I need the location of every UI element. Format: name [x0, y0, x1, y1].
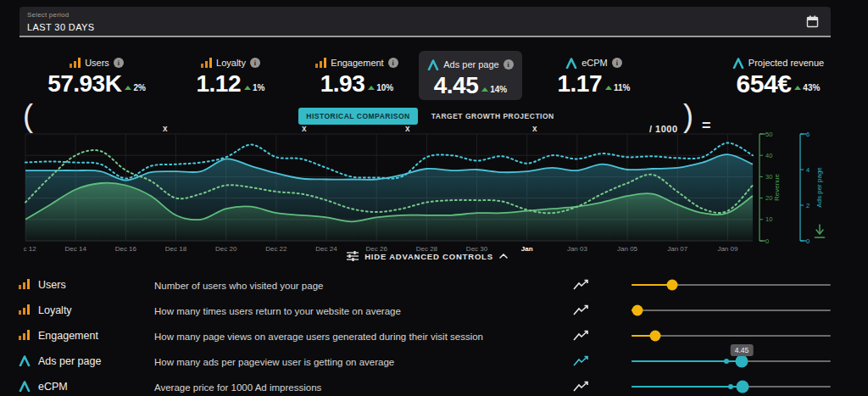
- control-row-ads-per-page: Ads per page How many ads per pageview u…: [0, 349, 868, 374]
- metric-value: 654€: [737, 71, 792, 97]
- metric-label: Engagement: [331, 58, 383, 68]
- bar-chart-icon: [19, 330, 30, 340]
- lambda-icon: [565, 58, 577, 69]
- tune-icon: [347, 251, 359, 261]
- trend-up-icon: [125, 86, 131, 90]
- slider-thumb[interactable]: [666, 280, 677, 291]
- trend-line-icon[interactable]: [573, 279, 590, 291]
- formula-row: ( Users 57.93K 2% x Loyalty 1.12 1% x En…: [0, 47, 868, 102]
- period-select-label: Select period: [27, 11, 69, 19]
- trend-up-icon: [244, 86, 251, 90]
- metric-delta: 1%: [253, 83, 264, 92]
- ecpm-slider[interactable]: [632, 374, 831, 396]
- slider-marker-dot: [724, 359, 729, 364]
- svg-text:Revenue: Revenue: [773, 173, 781, 201]
- trend-line-icon[interactable]: [573, 381, 590, 393]
- svg-text:40: 40: [765, 152, 772, 159]
- toggle-label: HIDE ADVANCED CONTROLS: [364, 252, 493, 261]
- svg-text:0: 0: [765, 237, 769, 245]
- bar-chart-icon: [19, 279, 30, 289]
- metric-value: 1.93: [320, 71, 365, 97]
- svg-text:4: 4: [806, 166, 810, 174]
- chevron-up-icon: [499, 254, 508, 259]
- period-select[interactable]: Select period LAST 30 DAYS: [19, 7, 831, 37]
- control-label: Users: [38, 279, 66, 291]
- metric-delta: 43%: [803, 83, 820, 92]
- svg-text:10: 10: [765, 215, 772, 223]
- metric-label: Projected revenue: [748, 58, 824, 68]
- metric-value: 1.12: [197, 71, 242, 97]
- control-label: Loyalty: [38, 304, 72, 316]
- info-icon[interactable]: [250, 58, 260, 68]
- trend-line-icon[interactable]: [573, 304, 590, 316]
- slider-track[interactable]: [632, 335, 831, 337]
- ads-per-page-slider[interactable]: 4.45: [632, 349, 831, 374]
- metric-users[interactable]: Users 57.93K 2%: [42, 49, 151, 97]
- tab-historical-comparison[interactable]: HISTORICAL COMPARISON: [298, 108, 417, 125]
- bar-chart-icon: [19, 304, 30, 315]
- slider-thumb[interactable]: [632, 305, 643, 316]
- trend-line-icon[interactable]: [573, 355, 590, 367]
- control-label: eCPM: [38, 381, 68, 393]
- control-label: Engagement: [38, 330, 98, 342]
- bar-chart-icon: [70, 58, 81, 68]
- bar-chart-icon: [315, 58, 326, 68]
- projection-chart[interactable]: 01020304050Revenue0246Ads per page Dec 1…: [24, 127, 831, 256]
- lambda-icon: [732, 58, 744, 69]
- control-description: Number of users who visited your page: [154, 281, 323, 291]
- calendar-icon[interactable]: [806, 15, 819, 28]
- info-icon[interactable]: [114, 58, 124, 68]
- lambda-icon: [19, 381, 31, 392]
- metric-label: Loyalty: [216, 58, 246, 68]
- control-row-users: Users Number of users who visited your p…: [0, 272, 868, 298]
- trend-up-icon: [368, 86, 375, 90]
- metric-delta: 14%: [490, 85, 507, 94]
- chart-mode-tabs: HISTORICAL COMPARISON TARGET GROWTH PROJ…: [0, 108, 854, 125]
- slider-thumb[interactable]: [736, 381, 748, 393]
- svg-text:30: 30: [765, 173, 772, 181]
- control-row-ecpm: eCPM Average price for 1000 Ad impressio…: [0, 374, 868, 396]
- slider-thumb[interactable]: [649, 331, 660, 342]
- slider-fill: [632, 386, 743, 388]
- download-icon[interactable]: [815, 225, 825, 237]
- trend-up-icon: [481, 87, 488, 92]
- trend-up-icon: [794, 86, 801, 90]
- metric-label: Users: [85, 58, 109, 68]
- control-description: How many page views on average users gen…: [154, 332, 483, 342]
- info-icon[interactable]: [504, 59, 514, 70]
- metric-value: 4.45: [434, 73, 479, 98]
- slider-marker-dot: [728, 384, 733, 389]
- metric-delta: 10%: [376, 83, 393, 92]
- metric-value: 57.93K: [47, 71, 121, 97]
- info-icon[interactable]: [388, 58, 398, 68]
- svg-text:0: 0: [806, 237, 810, 245]
- control-description: How many ads per pageview user is gettin…: [154, 357, 394, 367]
- control-label: Ads per page: [38, 355, 101, 367]
- metric-engagement[interactable]: Engagement 1.93 10%: [307, 49, 407, 97]
- metric-delta: 2%: [133, 83, 145, 92]
- slider-thumb[interactable]: [735, 355, 748, 368]
- metric-ads-per-page[interactable]: Ads per page 4.45 14%: [419, 51, 522, 100]
- svg-text:20: 20: [765, 194, 772, 202]
- lambda-icon: [19, 355, 31, 366]
- metric-label: Ads per page: [443, 59, 498, 70]
- svg-text:2: 2: [806, 202, 810, 209]
- metric-label: eCPM: [581, 58, 608, 68]
- metric-projected-revenue: Projected revenue 654€ 43%: [722, 49, 834, 97]
- svg-text:Ads per page: Ads per page: [815, 167, 823, 208]
- trend-up-icon: [605, 86, 612, 90]
- metric-loyalty[interactable]: Loyalty 1.12 1%: [180, 49, 281, 97]
- info-icon[interactable]: [612, 58, 622, 68]
- loyalty-slider[interactable]: [632, 298, 831, 323]
- tab-target-growth-projection[interactable]: TARGET GROWTH PROJECTION: [430, 108, 556, 125]
- period-select-value: LAST 30 DAYS: [27, 22, 95, 32]
- slider-track[interactable]: [632, 310, 831, 311]
- control-row-loyalty: Loyalty How many times users return to y…: [0, 298, 868, 323]
- metric-value: 1.17: [558, 71, 603, 97]
- chart-series: [25, 142, 753, 241]
- users-slider[interactable]: [632, 272, 831, 298]
- trend-line-icon[interactable]: [573, 330, 590, 342]
- control-description: How many times users return to your webs…: [154, 306, 401, 316]
- hide-advanced-controls-button[interactable]: HIDE ADVANCED CONTROLS: [0, 251, 854, 261]
- metric-ecpm[interactable]: eCPM 1.17 11%: [549, 49, 638, 97]
